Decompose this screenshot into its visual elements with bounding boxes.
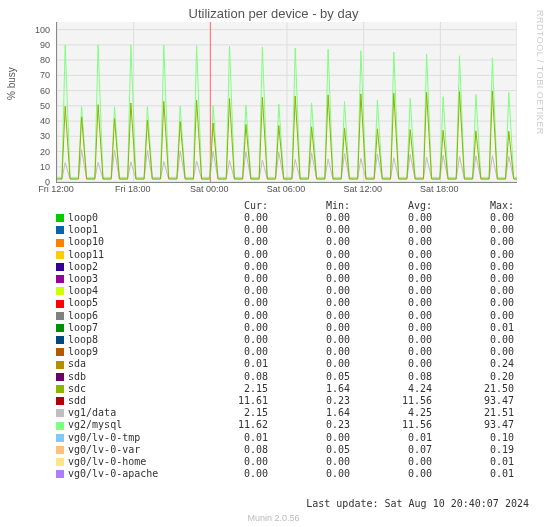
legend-max: 0.00 — [432, 249, 514, 261]
legend-row: loop90.000.000.000.00 — [56, 346, 516, 358]
x-tick: Fri 12:00 — [38, 184, 74, 194]
legend-min: 0.00 — [268, 273, 350, 285]
legend-avg: 0.00 — [350, 236, 432, 248]
legend-avg: 0.00 — [350, 334, 432, 346]
legend-min: 0.05 — [268, 371, 350, 383]
legend-swatch — [56, 348, 64, 356]
legend-min: 0.05 — [268, 444, 350, 456]
chart-title: Utilization per device - by day — [0, 6, 547, 21]
legend-name: loop6 — [68, 310, 186, 322]
legend-min: 0.00 — [268, 285, 350, 297]
legend-avg: 0.07 — [350, 444, 432, 456]
legend-cur: 0.00 — [186, 297, 268, 309]
legend-name: sdc — [68, 383, 186, 395]
legend-cur: 0.01 — [186, 358, 268, 370]
legend-max: 0.01 — [432, 456, 514, 468]
legend-max: 0.00 — [432, 236, 514, 248]
y-axis-ticks: 0102030405060708090100 — [0, 22, 54, 182]
y-tick: 50 — [0, 101, 50, 110]
y-tick: 10 — [0, 162, 50, 171]
legend-min: 0.00 — [268, 468, 350, 480]
legend-name: loop8 — [68, 334, 186, 346]
legend-min: 0.00 — [268, 224, 350, 236]
legend-max: 93.47 — [432, 419, 514, 431]
legend-avg: 0.00 — [350, 249, 432, 261]
legend-swatch — [56, 312, 64, 320]
legend-row: sdd11.610.2311.5693.47 — [56, 395, 516, 407]
legend-swatch — [56, 300, 64, 308]
legend-cur: 0.00 — [186, 334, 268, 346]
col-cur: Cur: — [186, 200, 268, 212]
legend-max: 21.50 — [432, 383, 514, 395]
col-avg: Avg: — [350, 200, 432, 212]
legend-swatch — [56, 275, 64, 283]
legend-max: 0.00 — [432, 212, 514, 224]
legend-max: 0.01 — [432, 322, 514, 334]
legend-row: loop30.000.000.000.00 — [56, 273, 516, 285]
legend-swatch — [56, 226, 64, 234]
legend-row: loop60.000.000.000.00 — [56, 310, 516, 322]
legend-swatch — [56, 458, 64, 466]
legend-min: 0.00 — [268, 358, 350, 370]
y-tick: 60 — [0, 86, 50, 95]
legend-cur: 2.15 — [186, 407, 268, 419]
x-tick: Sat 06:00 — [267, 184, 306, 194]
y-tick: 30 — [0, 132, 50, 141]
rrdtool-watermark: RRDTOOL / TOBI OETIKER — [535, 10, 545, 135]
legend-name: loop3 — [68, 273, 186, 285]
legend-cur: 11.61 — [186, 395, 268, 407]
legend-name: loop2 — [68, 261, 186, 273]
legend-rows: loop00.000.000.000.00loop10.000.000.000.… — [56, 212, 516, 480]
legend-max: 0.10 — [432, 432, 514, 444]
legend-min: 0.23 — [268, 419, 350, 431]
legend-min: 0.00 — [268, 236, 350, 248]
legend-name: loop1 — [68, 224, 186, 236]
legend-cur: 0.01 — [186, 432, 268, 444]
legend-name: vg0/lv-0-var — [68, 444, 186, 456]
legend-swatch — [56, 446, 64, 454]
legend-max: 0.00 — [432, 273, 514, 285]
chart-container: Utilization per device - by day % busy R… — [0, 0, 547, 527]
legend-max: 0.00 — [432, 346, 514, 358]
legend-avg: 11.56 — [350, 395, 432, 407]
legend-min: 0.00 — [268, 297, 350, 309]
legend-min: 0.00 — [268, 212, 350, 224]
legend-min: 0.23 — [268, 395, 350, 407]
plot-area — [56, 22, 517, 183]
legend-name: loop5 — [68, 297, 186, 309]
legend-row: sdb0.080.050.080.20 — [56, 371, 516, 383]
legend-avg: 0.08 — [350, 371, 432, 383]
legend-min: 0.00 — [268, 322, 350, 334]
legend-min: 0.00 — [268, 456, 350, 468]
legend-max: 0.00 — [432, 297, 514, 309]
legend-max: 0.01 — [432, 468, 514, 480]
legend-avg: 11.56 — [350, 419, 432, 431]
legend-swatch — [56, 385, 64, 393]
x-tick: Fri 18:00 — [115, 184, 151, 194]
legend-avg: 0.00 — [350, 310, 432, 322]
y-tick: 40 — [0, 117, 50, 126]
legend-name: sda — [68, 358, 186, 370]
legend-row: loop10.000.000.000.00 — [56, 224, 516, 236]
legend-row: loop70.000.000.000.01 — [56, 322, 516, 334]
legend-name: loop9 — [68, 346, 186, 358]
legend-name: sdd — [68, 395, 186, 407]
legend-name: loop10 — [68, 236, 186, 248]
legend-swatch — [56, 263, 64, 271]
legend-min: 1.64 — [268, 407, 350, 419]
legend-cur: 0.00 — [186, 285, 268, 297]
plot-svg — [57, 22, 517, 182]
legend-swatch — [56, 422, 64, 430]
legend-name: loop0 — [68, 212, 186, 224]
legend-avg: 0.00 — [350, 358, 432, 370]
legend-row: vg1/data2.151.644.2521.51 — [56, 407, 516, 419]
legend-avg: 0.00 — [350, 273, 432, 285]
legend-cur: 0.00 — [186, 310, 268, 322]
legend-row: vg0/lv-0-tmp0.010.000.010.10 — [56, 432, 516, 444]
legend-swatch — [56, 251, 64, 259]
legend-row: loop00.000.000.000.00 — [56, 212, 516, 224]
legend-row: loop100.000.000.000.00 — [56, 236, 516, 248]
legend-swatch — [56, 336, 64, 344]
x-tick: Sat 00:00 — [190, 184, 229, 194]
legend-name: vg0/lv-0-home — [68, 456, 186, 468]
